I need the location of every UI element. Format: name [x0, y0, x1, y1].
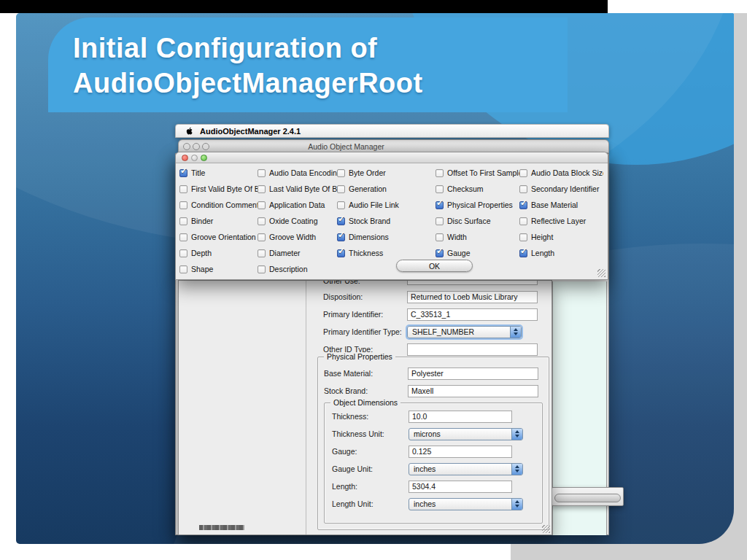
dialog-minimize-button[interactable] [191, 155, 198, 161]
checkbox-unchecked[interactable] [258, 201, 266, 209]
checkbox-label: Length [531, 249, 554, 257]
checkbox-item[interactable]: ✓Title [179, 165, 258, 181]
checkbox-unchecked[interactable] [258, 233, 266, 241]
checkbox-unchecked[interactable] [519, 217, 527, 225]
checkbox-unchecked[interactable] [519, 233, 527, 241]
text-field[interactable]: 5304.4 [409, 481, 512, 493]
checkbox-unchecked[interactable] [179, 233, 187, 241]
checkbox-item[interactable]: Groove Orientation [179, 229, 258, 245]
apple-icon[interactable] [185, 126, 193, 136]
checkbox-item[interactable]: Application Data [258, 197, 337, 213]
checkbox-item[interactable]: ✓Length [519, 245, 603, 261]
dialog-zoom-button[interactable] [201, 155, 207, 161]
text-field[interactable]: C_33513_1 [407, 308, 538, 321]
checkbox-item[interactable]: ✓Gauge [436, 245, 519, 261]
text-field[interactable]: Polyester [408, 368, 538, 380]
checkbox-item[interactable]: First Valid Byte Of Bl... [179, 181, 258, 197]
checkbox-checked[interactable]: ✓ [179, 169, 187, 177]
checkbox-unchecked[interactable] [337, 169, 345, 177]
dialog-titlebar[interactable] [176, 152, 608, 163]
checkbox-item[interactable]: Byte Order [337, 165, 436, 181]
checkbox-unchecked[interactable] [258, 265, 266, 273]
checkbox-item[interactable]: Last Valid Byte Of Bl... [258, 181, 337, 197]
physical-properties-rows: Base Material:PolyesterStock Brand:Maxel… [324, 365, 544, 400]
checkbox-item[interactable]: Width [436, 229, 519, 245]
checkbox-item[interactable]: Height [519, 229, 603, 245]
checkbox-unchecked[interactable] [258, 185, 266, 193]
checkbox-item[interactable]: Audio Data Encoding [258, 165, 337, 181]
checkbox-checked[interactable]: ✓ [337, 217, 345, 225]
checkbox-item[interactable]: Groove Width [258, 229, 337, 245]
scrollbar-thumb[interactable] [554, 494, 621, 502]
checkbox-label: Groove Orientation [191, 233, 256, 241]
form-resize-grip-icon[interactable] [542, 525, 550, 533]
checkbox-unchecked[interactable] [337, 185, 345, 193]
checkbox-unchecked[interactable] [179, 249, 187, 257]
text-field[interactable]: 0.125 [409, 446, 512, 458]
checkbox-unchecked[interactable] [436, 233, 444, 241]
ok-button[interactable]: OK [396, 260, 473, 272]
dialog-resize-grip-icon[interactable] [597, 269, 605, 277]
checkbox-item[interactable]: Oxide Coating [258, 213, 337, 229]
checkbox-item[interactable]: Depth [179, 245, 258, 261]
checkbox-unchecked[interactable] [179, 185, 187, 193]
checkbox-unchecked[interactable] [436, 169, 444, 177]
checkbox-unchecked[interactable] [258, 169, 266, 177]
checkbox-checked[interactable]: ✓ [337, 233, 345, 241]
dialog-close-button[interactable] [182, 155, 188, 161]
checkbox-unchecked[interactable] [179, 201, 187, 209]
checkbox-item[interactable]: Condition Comments [179, 197, 258, 213]
popup-select[interactable]: SHELF_NUMBER [407, 326, 522, 338]
checkbox-item[interactable]: ✓Thickness [337, 245, 436, 261]
text-field[interactable]: Maxell [408, 385, 538, 397]
menubar-app-title[interactable]: AudioObjectManager 2.4.1 [200, 127, 301, 136]
form-row: Primary Identifier:C_33513_1 [323, 306, 549, 323]
text-field[interactable]: 10.0 [409, 411, 512, 423]
checkbox-item[interactable]: Reflective Layer [519, 213, 603, 229]
checkbox-item[interactable]: ✓Physical Properties [436, 197, 519, 213]
checkbox-unchecked[interactable] [519, 185, 527, 193]
checkbox-unchecked[interactable] [179, 265, 187, 273]
checkbox-item[interactable]: Offset To First Sample [436, 165, 519, 181]
checkbox-item[interactable]: Disc Surface [436, 213, 519, 229]
checkbox-unchecked[interactable] [258, 249, 266, 257]
pane-divider[interactable] [306, 281, 306, 534]
checkbox-label: Stock Brand [349, 217, 390, 225]
text-field[interactable] [407, 343, 538, 356]
checkbox-item[interactable]: ✓Base Material [519, 197, 603, 213]
checkbox-item[interactable]: Diameter [258, 245, 337, 261]
checkbox-item[interactable]: Generation [337, 181, 436, 197]
text-field[interactable]: Returned to Loeb Music Library [407, 291, 538, 303]
checkbox-checked[interactable]: ✓ [519, 249, 527, 257]
popup-select[interactable]: microns [409, 428, 523, 440]
checkbox-checked[interactable]: ✓ [519, 201, 527, 209]
checkbox-label: Byte Order [349, 168, 386, 177]
checkbox-item[interactable]: Secondary Identifier [519, 181, 603, 197]
checkbox-unchecked[interactable] [519, 169, 527, 177]
checkbox-checked[interactable]: ✓ [436, 201, 444, 209]
checkbox-unchecked[interactable] [436, 185, 444, 193]
checkbox-checked[interactable]: ✓ [337, 249, 345, 257]
checkbox-item[interactable]: Checksum [436, 181, 519, 197]
checkbox-item[interactable]: Audio File Link [337, 197, 436, 213]
menu-bar[interactable]: AudioObjectManager 2.4.1 [175, 124, 609, 138]
popup-arrows-icon [511, 464, 522, 475]
checkbox-unchecked[interactable] [337, 201, 345, 209]
checkbox-label: Physical Properties [447, 201, 513, 209]
field-label: Base Material: [324, 369, 408, 378]
checkbox-item[interactable]: Binder [179, 213, 258, 229]
checkbox-unchecked[interactable] [436, 217, 444, 225]
horizontal-scrollbar[interactable] [551, 487, 624, 506]
checkbox-dialog: ✓TitleAudio Data EncodingByte OrderOffse… [175, 152, 608, 280]
checkbox-unchecked[interactable] [179, 217, 187, 225]
checkbox-item[interactable]: Shape [179, 261, 258, 277]
checkbox-item[interactable]: Description [258, 261, 337, 277]
checkbox-checked[interactable]: ✓ [436, 249, 444, 257]
checkbox-item[interactable]: ✓Dimensions [337, 229, 436, 245]
form-row: Thickness:10.0 [332, 408, 539, 425]
checkbox-item[interactable]: ✓Stock Brand [337, 213, 436, 229]
popup-select[interactable]: inches [409, 498, 523, 510]
checkbox-unchecked[interactable] [258, 217, 266, 225]
popup-select[interactable]: inches [409, 463, 523, 475]
checkbox-item[interactable]: Audio Data Block Size [519, 165, 603, 181]
